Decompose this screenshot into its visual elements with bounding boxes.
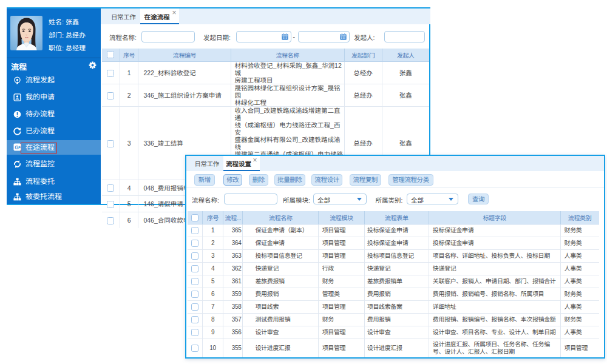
svg-text:G: G [15, 144, 19, 150]
